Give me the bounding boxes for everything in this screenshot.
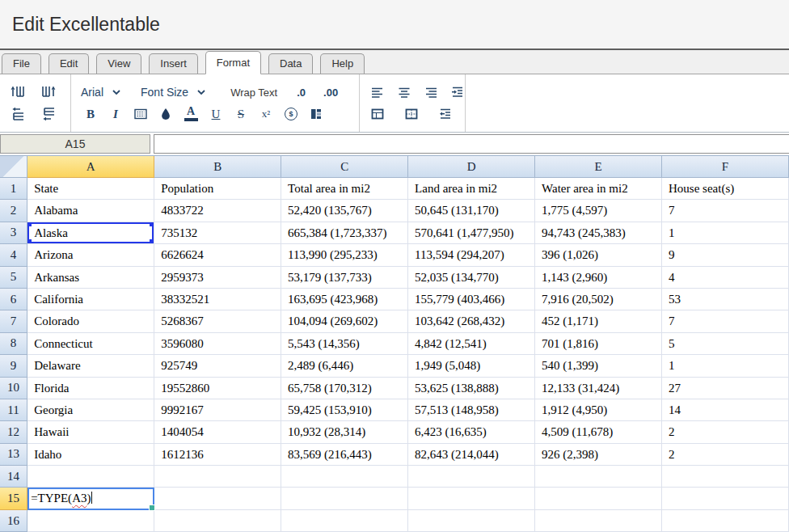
cell-C14[interactable] — [281, 466, 408, 488]
row-header-7[interactable]: 7 — [0, 310, 27, 332]
fill-handle[interactable] — [149, 505, 155, 511]
menu-tab-data[interactable]: Data — [268, 53, 313, 74]
cell-D15[interactable] — [408, 488, 535, 509]
cell-B10[interactable]: 19552860 — [154, 378, 281, 399]
row-header-8[interactable]: 8 — [0, 333, 27, 355]
decrease-decimal-button[interactable]: .0 — [297, 87, 306, 99]
insert-row-below-button[interactable] — [40, 106, 57, 122]
cell-E13[interactable]: 926 (2,398) — [535, 444, 662, 466]
cell-C5[interactable]: 53,179 (137,733) — [281, 267, 408, 289]
align-left-button[interactable] — [369, 84, 386, 100]
cell-B4[interactable]: 6626624 — [154, 244, 281, 266]
cell-C12[interactable]: 10,932 (28,314) — [281, 421, 408, 443]
cell-D16[interactable] — [408, 510, 535, 532]
font-size-dropdown-button[interactable] — [193, 84, 209, 100]
row-header-4[interactable]: 4 — [0, 244, 27, 266]
cell-B14[interactable] — [154, 466, 281, 488]
cell-B12[interactable]: 1404054 — [154, 421, 281, 443]
cell-A6[interactable]: California — [27, 289, 154, 310]
cell-D14[interactable] — [408, 466, 535, 488]
select-all-corner[interactable] — [0, 156, 27, 178]
cell-B11[interactable]: 9992167 — [154, 399, 281, 421]
cell-F16[interactable] — [662, 510, 789, 532]
cell-A4[interactable]: Arizona — [27, 244, 154, 266]
cell-A8[interactable]: Connecticut — [27, 333, 154, 355]
cell-C7[interactable]: 104,094 (269,602) — [281, 310, 408, 332]
align-center-button[interactable] — [396, 84, 412, 100]
decrease-indent-button[interactable] — [437, 106, 454, 122]
cell-C16[interactable] — [281, 510, 408, 532]
cell-E15[interactable] — [535, 488, 662, 509]
cell-A5[interactable]: Arkansas — [27, 267, 154, 289]
cell-A16[interactable] — [27, 510, 154, 532]
cell-F14[interactable] — [662, 466, 789, 488]
cell-D8[interactable]: 4,842 (12,541) — [408, 333, 535, 355]
cell-D6[interactable]: 155,779 (403,466) — [408, 289, 535, 310]
font-family-dropdown-button[interactable] — [108, 84, 124, 100]
insert-column-left-button[interactable] — [10, 84, 26, 100]
cell-B5[interactable]: 2959373 — [154, 267, 281, 289]
cell-B7[interactable]: 5268367 — [154, 310, 281, 332]
cell-C2[interactable]: 52,420 (135,767) — [281, 200, 408, 222]
text-color-button[interactable]: A — [183, 106, 199, 122]
strikethrough-button[interactable]: S — [233, 106, 249, 122]
cell-E1[interactable]: Water area in mi2 — [535, 178, 662, 200]
cell-F11[interactable]: 14 — [662, 399, 789, 421]
row-header-15[interactable]: 15 — [0, 488, 27, 509]
cell-E10[interactable]: 12,133 (31,424) — [535, 378, 662, 399]
row-header-12[interactable]: 12 — [0, 421, 27, 443]
column-header-E[interactable]: E — [535, 156, 662, 178]
cell-A11[interactable]: Georgia — [27, 399, 154, 421]
cell-A7[interactable]: Colorado — [27, 310, 154, 332]
cell-D9[interactable]: 1,949 (5,048) — [408, 355, 535, 377]
cell-B15[interactable] — [154, 488, 281, 509]
cell-F12[interactable]: 2 — [662, 421, 789, 443]
cell-F2[interactable]: 7 — [662, 200, 789, 222]
column-header-F[interactable]: F — [662, 156, 789, 178]
row-header-16[interactable]: 16 — [0, 510, 27, 532]
cell-D10[interactable]: 53,625 (138,888) — [408, 378, 535, 399]
cell-E8[interactable]: 701 (1,816) — [535, 333, 662, 355]
cell-E12[interactable]: 4,509 (11,678) — [535, 421, 662, 443]
menu-tab-edit[interactable]: Edit — [49, 53, 89, 74]
cell-E2[interactable]: 1,775 (4,597) — [535, 200, 662, 222]
italic-button[interactable]: I — [108, 106, 124, 122]
cell-A12[interactable]: Hawaii — [27, 421, 154, 443]
cell-A1[interactable]: State — [27, 178, 154, 200]
cell-E9[interactable]: 540 (1,399) — [535, 355, 662, 377]
row-header-3[interactable]: 3 — [0, 222, 27, 244]
cell-C4[interactable]: 113,990 (295,233) — [281, 244, 408, 266]
cell-B8[interactable]: 3596080 — [154, 333, 281, 355]
cell-D13[interactable]: 82,643 (214,044) — [408, 444, 535, 466]
cell-C9[interactable]: 2,489 (6,446) — [281, 355, 408, 377]
cell-E5[interactable]: 1,143 (2,960) — [535, 267, 662, 289]
cell-F10[interactable]: 27 — [662, 378, 789, 399]
cell-A13[interactable]: Idaho — [27, 444, 154, 466]
column-header-A[interactable]: A — [27, 156, 154, 178]
font-size-select[interactable]: Font Size — [141, 86, 188, 99]
insert-column-right-button[interactable] — [40, 84, 57, 100]
cell-E4[interactable]: 396 (1,026) — [535, 244, 662, 266]
row-header-2[interactable]: 2 — [0, 200, 27, 222]
cell-D4[interactable]: 113,594 (294,207) — [408, 244, 535, 266]
cell-D11[interactable]: 57,513 (148,958) — [408, 399, 535, 421]
menu-tab-file[interactable]: File — [2, 53, 41, 74]
insert-row-above-button[interactable] — [10, 106, 26, 122]
cell-E3[interactable]: 94,743 (245,383) — [535, 222, 662, 244]
cell-D5[interactable]: 52,035 (134,770) — [408, 267, 535, 289]
superscript-button[interactable]: x² — [258, 106, 274, 122]
cell-C10[interactable]: 65,758 (170,312) — [281, 378, 408, 399]
cell-D1[interactable]: Land area in mi2 — [408, 178, 535, 200]
cell-D2[interactable]: 50,645 (131,170) — [408, 200, 535, 222]
cell-B1[interactable]: Population — [154, 178, 281, 200]
cell-F13[interactable]: 2 — [662, 444, 789, 466]
cell-A14[interactable] — [27, 466, 154, 488]
wrap-text-button[interactable]: Wrap Text — [230, 87, 277, 99]
cell-F3[interactable]: 1 — [662, 222, 789, 244]
cell-F15[interactable] — [662, 488, 789, 509]
table-format-button[interactable] — [308, 106, 324, 122]
cell-border-pattern-button[interactable] — [133, 106, 149, 122]
column-header-C[interactable]: C — [281, 156, 408, 178]
cell-C3[interactable]: 665,384 (1,723,337) — [281, 222, 408, 244]
cell-A3[interactable]: Alaska — [27, 222, 154, 244]
